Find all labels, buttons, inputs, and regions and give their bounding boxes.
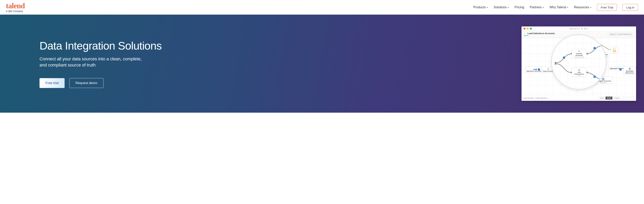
nav-products-label: Products — [473, 5, 486, 9]
run-profile-selector: SELECT A RUN PROFILE ▾ — [608, 33, 634, 36]
pipeline-title-block: ← Load Salesforce Accounts Batch — [524, 32, 555, 36]
logo-text: talend — [6, 2, 25, 9]
logo-subtext: A Qlik Company — [6, 10, 23, 13]
chevron-down-icon — [567, 7, 568, 8]
nav-solutions[interactable]: Solutions — [494, 5, 509, 9]
nav-why-label: Why Talend — [550, 5, 566, 9]
chevron-down-icon — [542, 7, 544, 8]
footer-controls: Input Both Output — [598, 96, 634, 100]
screenshot-footer: Data preview - Field Selector 1 Input Bo… — [522, 95, 636, 101]
chevron-down-icon — [508, 7, 509, 8]
io-toggle: Input Both Output — [598, 96, 621, 100]
add-connector-icon: + — [563, 56, 565, 59]
magnifier-lens: + + + ✎ Cleanse Accounts Data cleansing … — [551, 34, 606, 90]
toggle-output: Output — [612, 97, 621, 99]
add-connector-icon: + — [594, 47, 596, 49]
chevron-down-icon — [590, 7, 592, 8]
add-connector-icon: + — [538, 68, 540, 71]
mag-cleanse-label: Cleanse Accounts — [573, 53, 585, 56]
toggle-input: Input — [598, 97, 606, 99]
chevron-down-icon — [486, 7, 488, 8]
nav-resources-label: Resources — [574, 5, 589, 9]
join-icon: ⊕ — [573, 69, 585, 71]
magnifier-edges — [552, 35, 606, 89]
node-trash: 🗑 — [627, 66, 632, 70]
connector-dot-icon — [535, 69, 537, 70]
free-trial-button[interactable]: Free Trial — [597, 4, 617, 11]
connector-dot-icon — [555, 63, 556, 65]
mag-join-label: Join Transactions — [573, 71, 585, 75]
pipeline-canvas: 1 ☁ Salesforce Accounts + ⎘ Copy Account… — [522, 38, 636, 95]
nav-resources[interactable]: Resources — [574, 5, 591, 9]
minimize-dot-icon — [527, 28, 529, 30]
connector-dot-icon — [586, 53, 588, 54]
data-preview-label: Data preview - Field Selector 1 — [524, 97, 548, 99]
node-snowflake-label: Snowflake Warehouse — [625, 70, 635, 74]
footer-icon — [627, 97, 630, 99]
nav-partners-label: Partners — [530, 5, 542, 9]
nav-pricing-label: Pricing — [514, 5, 524, 9]
site-header: talend A Qlik Company Products Solutions… — [0, 0, 644, 14]
add-connector-icon: + — [594, 76, 596, 78]
back-arrow-icon: ← — [524, 32, 526, 34]
nav-products[interactable]: Products — [473, 5, 488, 9]
run-profile-label: SELECT A RUN PROFILE — [610, 33, 630, 35]
toggle-both: Both — [606, 97, 612, 99]
mac-titlebar: SELECT A RU — [522, 26, 636, 31]
node-salesforce-label: Salesforce Accounts — [526, 70, 542, 72]
footer-icon — [631, 97, 634, 99]
node-salesforce: ☁ Salesforce Accounts — [525, 66, 544, 73]
node-s3-b: AWS S3 — [610, 47, 618, 53]
product-screenshot: SELECT A RU ← Load Salesforce Accounts B… — [522, 26, 636, 101]
close-dot-icon — [524, 28, 526, 30]
window-title: SELECT A RU — [570, 27, 588, 30]
nav-solutions-label: Solutions — [494, 5, 507, 9]
nav-partners[interactable]: Partners — [530, 5, 544, 9]
nav-why-talend[interactable]: Why Talend — [550, 5, 568, 9]
nav-pricing[interactable]: Pricing — [514, 5, 524, 9]
hero-section: Data Integration Solutions Connect all y… — [0, 14, 644, 113]
hero-buttons: Free trial Request demo — [40, 78, 162, 88]
mag-node-cleanse: ✎ Cleanse Accounts Data cleansing — [572, 49, 586, 58]
s3-icon: S3 — [612, 50, 617, 52]
mag-node-join: ⊕ Join Transactions Join — [572, 68, 586, 77]
main-nav: Products Solutions Pricing Partners Why … — [473, 4, 638, 11]
hero-free-trial-button[interactable]: Free trial — [40, 78, 64, 88]
hero-request-demo-button[interactable]: Request demo — [69, 78, 104, 88]
maximize-dot-icon — [530, 28, 532, 30]
hero-content: Data Integration Solutions Connect all y… — [40, 39, 162, 88]
hero-title: Data Integration Solutions — [40, 39, 162, 52]
pipeline-tag: Batch — [524, 34, 555, 36]
pipeline-title: Load Salesforce Accounts — [528, 32, 555, 34]
logo-block[interactable]: talend A Qlik Company — [6, 2, 25, 13]
node-agg-acc-sub: Aggregate — [596, 82, 611, 83]
login-button[interactable]: Log in — [622, 4, 638, 11]
mag-join-sub: Join — [573, 75, 585, 76]
hero-subtitle: Connect all your data sources into a cle… — [40, 56, 150, 68]
trash-icon: 🗑 — [628, 67, 631, 70]
mag-cleanse-sub: Data cleansing — [573, 56, 585, 58]
connector-dot-icon — [586, 72, 588, 73]
footer-icon — [623, 97, 626, 99]
add-connector-icon: + — [619, 68, 622, 71]
brush-icon: ✎ — [573, 50, 585, 53]
